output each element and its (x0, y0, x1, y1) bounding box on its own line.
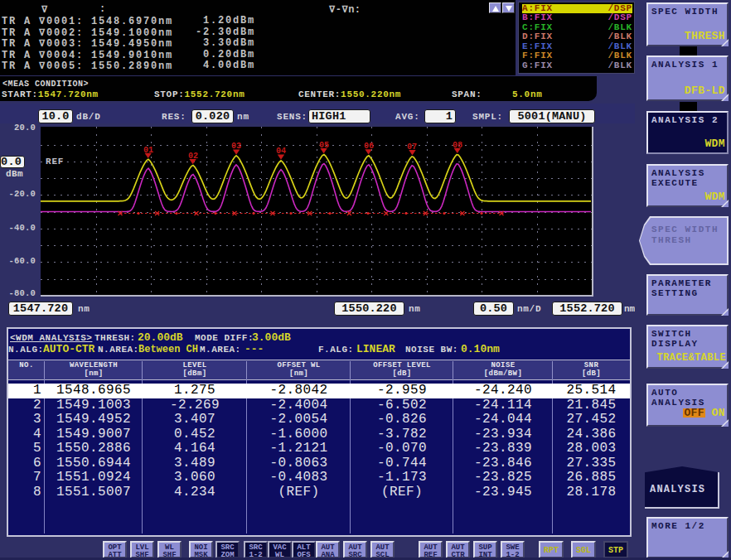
svg-text:04: 04 (276, 147, 286, 156)
svg-text:03: 03 (231, 142, 241, 151)
